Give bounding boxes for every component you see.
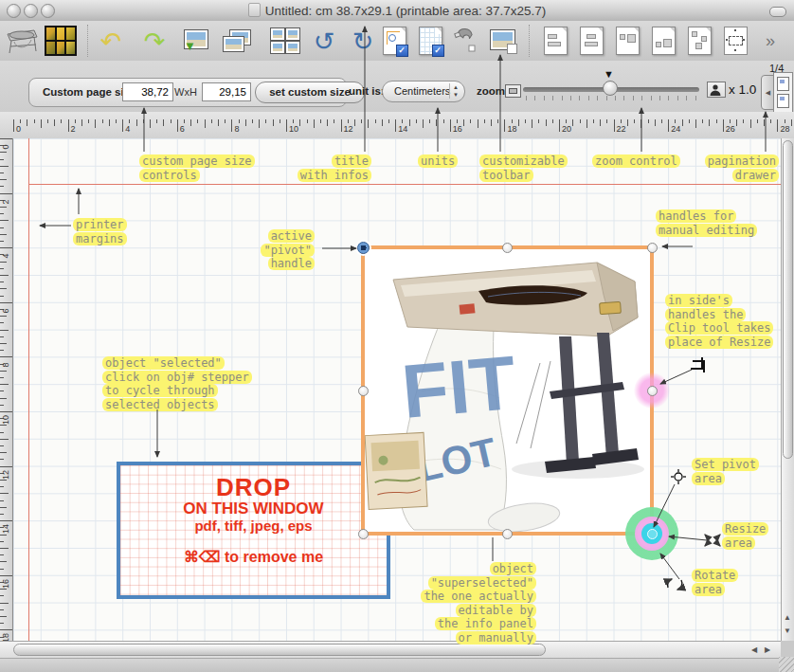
ruler-tick	[299, 119, 300, 126]
ruler-tick	[0, 500, 4, 501]
ruler-label: 2	[71, 124, 76, 134]
ruler-tick	[668, 119, 669, 132]
handle-bottom-right[interactable]	[647, 529, 658, 539]
unit-value: Centimeters	[394, 85, 450, 97]
ruler-tick	[75, 119, 76, 123]
vertical-scroll-thumb[interactable]	[783, 140, 793, 459]
image-on-page-icon[interactable]	[486, 24, 520, 58]
handle-top-center[interactable]	[502, 243, 513, 253]
ruler-label: 8	[234, 124, 239, 134]
distribute-objects-icon[interactable]	[682, 24, 716, 58]
align-center-icon[interactable]	[574, 24, 608, 58]
ruler-tick	[382, 119, 383, 126]
plotter-icon[interactable]	[5, 24, 39, 58]
ruler-tick	[211, 119, 212, 123]
redo-icon[interactable]: ↷	[137, 24, 171, 58]
undo-icon[interactable]: ↶	[94, 24, 128, 58]
ruler-tick	[225, 119, 226, 123]
horizontal-scroll-thumb[interactable]	[13, 644, 546, 656]
toolbar-toggle-pill[interactable]	[769, 7, 786, 17]
page-height-input[interactable]	[202, 82, 251, 101]
ruler-tick	[580, 119, 581, 123]
handle-top-right[interactable]	[647, 243, 658, 253]
ruler-tick	[348, 119, 349, 123]
ruler-tick	[273, 119, 274, 126]
drop-zone-object[interactable]: DROP ON THIS WINDOW pdf, tiff, jpeg, eps…	[117, 462, 390, 599]
ruler-label: 22	[617, 124, 626, 134]
ruler-tick	[512, 119, 513, 123]
rotate-ccw-icon[interactable]: ↺	[307, 24, 341, 58]
horizontal-ruler: 0246810121416182022242628	[0, 112, 794, 139]
zoom-slider-thumb[interactable]	[603, 81, 618, 96]
superselected-image-object[interactable]: FIT PLOT	[361, 245, 654, 536]
center-on-page-icon[interactable]	[718, 24, 752, 58]
scroll-right-icon[interactable]: ▶	[762, 645, 773, 654]
ruler-tick	[0, 241, 4, 242]
ruler-tick	[402, 119, 403, 123]
ruler-tick	[205, 119, 206, 128]
drop-line2: ON THIS WINDOW	[120, 499, 387, 518]
page-width-input[interactable]	[122, 82, 173, 101]
printer-margin-line-left	[28, 138, 29, 641]
images-mosaic-icon[interactable]	[44, 24, 78, 58]
snap-magnet-icon[interactable]	[449, 24, 483, 58]
scroll-up-icon[interactable]: ▲	[782, 613, 793, 622]
align-bottom-icon[interactable]	[646, 24, 680, 58]
grid-toggle-icon[interactable]: ✓	[413, 24, 447, 58]
pagination-drawer-widget[interactable]: ◀	[761, 72, 792, 111]
ruler-tick	[388, 119, 389, 123]
ruler-tick	[341, 119, 342, 132]
ruler-tick	[0, 452, 7, 453]
ruler-tick	[0, 561, 7, 562]
scroll-left-icon[interactable]: ◀	[749, 645, 760, 654]
ruler-tick	[429, 119, 430, 123]
handle-mid-left[interactable]	[358, 386, 369, 396]
window-resize-grip[interactable]	[779, 657, 794, 672]
ruler-tick	[218, 119, 219, 126]
ruler-tick	[245, 119, 246, 126]
ruler-tick	[68, 119, 69, 132]
ruler-label: 28	[780, 124, 789, 134]
vertical-scrollbar[interactable]: ▲ ▼	[781, 138, 794, 641]
duplicate-images-icon[interactable]	[219, 24, 253, 58]
drop-title: DROP	[120, 475, 387, 499]
ruler-tick	[0, 459, 4, 460]
ruler-tick	[0, 288, 7, 289]
ruler-tick	[525, 119, 526, 123]
align-left-icon[interactable]	[538, 24, 572, 58]
pivot-handle[interactable]	[357, 242, 370, 254]
ruler-tick	[689, 119, 690, 123]
scroll-down-icon[interactable]: ▼	[782, 627, 793, 635]
ruler-tick	[443, 119, 444, 123]
ruler-tick	[0, 213, 4, 214]
handle-bottom-left[interactable]	[358, 529, 369, 539]
ruler-tick	[0, 439, 9, 440]
import-image-icon[interactable]: ▼	[178, 24, 212, 58]
ruler-tick	[0, 493, 9, 494]
window-title: Untitled: cm 38.7x29.1 (printable area: …	[265, 4, 546, 18]
canvas-page[interactable]: DROP ON THIS WINDOW pdf, tiff, jpeg, eps…	[13, 138, 781, 641]
ruler-tick	[593, 119, 594, 123]
unit-select[interactable]: Centimeters ▲▼	[382, 81, 465, 102]
toolbar-overflow-icon[interactable]: »	[756, 24, 785, 58]
ruler-tick	[0, 159, 4, 160]
rotate-cw-icon[interactable]: ↻	[346, 24, 380, 58]
handle-mid-right-clip[interactable]	[647, 386, 658, 396]
ruler-tick	[327, 119, 328, 126]
zoom-label: zoom	[477, 85, 505, 97]
tile-images-icon[interactable]	[267, 24, 301, 58]
ruler-tick	[231, 119, 232, 132]
handle-bottom-center[interactable]	[502, 529, 513, 539]
ruler-tick	[0, 322, 4, 323]
unit-label: unit is:	[349, 85, 385, 97]
ruler-tick	[478, 119, 478, 128]
ruler-tick	[0, 623, 4, 624]
ruler-tick	[334, 119, 334, 123]
ruler-tick	[361, 119, 362, 123]
window-bottom-strip	[0, 658, 794, 672]
ruler-tick	[627, 119, 628, 126]
align-top-icon[interactable]	[610, 24, 644, 58]
horizontal-scrollbar[interactable]: ◀ ▶	[0, 641, 781, 658]
ruler-tick	[375, 119, 376, 123]
margins-toggle-icon[interactable]: ✓	[377, 24, 411, 58]
